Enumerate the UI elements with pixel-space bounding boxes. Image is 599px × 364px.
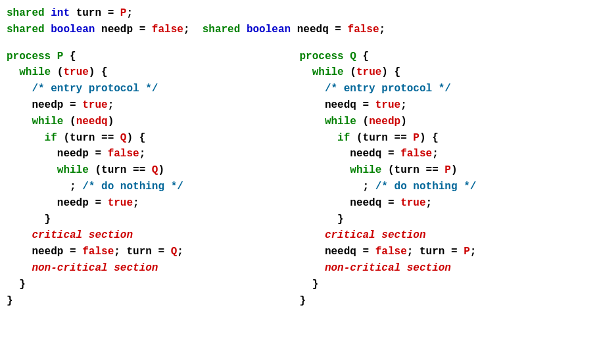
code-container: shared int turn = P; shared boolean need… (7, 5, 592, 309)
p-line-9: ; /* do nothing */ (7, 179, 300, 195)
q-line-10: needq = true; (300, 195, 593, 212)
process-q-column: process Q { while (true) { /* entry prot… (300, 49, 593, 309)
q-line-8: while (turn == P) (300, 162, 593, 179)
q-line-9: ; /* do nothing */ (300, 179, 593, 195)
q-line-critical: critical section (300, 227, 593, 244)
p-line-6: if (turn == Q) { (7, 130, 300, 147)
q-line-noncritical: non-critical section (300, 260, 593, 277)
p-line-3: /* entry protocol */ (7, 81, 300, 97)
p-line-10: needp = true; (7, 195, 300, 212)
q-line-12: needq = false; turn = P; (300, 244, 593, 260)
header-line-2: shared boolean needp = false; shared boo… (7, 22, 592, 38)
p-line-noncritical: non-critical section (7, 260, 300, 277)
q-line-1: process Q { (300, 49, 593, 65)
process-p-column: process P { while (true) { /* entry prot… (7, 49, 300, 309)
p-line-8: while (turn == Q) (7, 162, 300, 179)
p-line-12: needp = false; turn = Q; (7, 244, 300, 260)
p-line-11: } (7, 212, 300, 228)
q-line-7: needq = false; (300, 146, 593, 162)
q-line-14: } (300, 293, 593, 309)
p-line-2: while (true) { (7, 64, 300, 81)
header-line-1: shared int turn = P; (7, 5, 592, 22)
q-line-13: } (300, 277, 593, 293)
q-line-5: while (needp) (300, 114, 593, 130)
p-line-7: needp = false; (7, 146, 300, 162)
p-line-1: process P { (7, 49, 300, 65)
q-line-11: } (300, 212, 593, 228)
two-column-section: process P { while (true) { /* entry prot… (7, 49, 592, 309)
q-line-4: needq = true; (300, 97, 593, 114)
p-line-14: } (7, 293, 300, 309)
p-line-critical: critical section (7, 227, 300, 244)
p-line-4: needp = true; (7, 97, 300, 114)
q-line-6: if (turn == P) { (300, 130, 593, 147)
p-line-5: while (needq) (7, 114, 300, 130)
q-line-2: while (true) { (300, 64, 593, 81)
q-line-3: /* entry protocol */ (300, 81, 593, 97)
p-line-13: } (7, 277, 300, 293)
header-section: shared int turn = P; shared boolean need… (7, 5, 592, 38)
